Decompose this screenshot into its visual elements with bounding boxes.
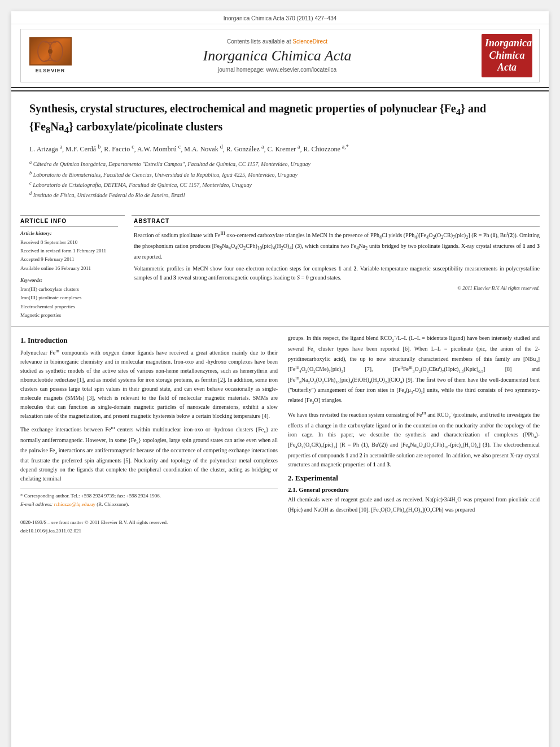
affiliations: a Cátedra de Química Inorgánica, Departa… <box>29 159 531 200</box>
experimental-heading: 2. Experimental <box>288 474 540 483</box>
intro-heading: 1. Introduction <box>20 336 278 345</box>
intro-paragraph1: Polynuclear FeIII compounds with oxygen … <box>20 348 278 421</box>
right-column: groups. In this respect, the ligand blen… <box>286 334 540 535</box>
article-title: Synthesis, crystal structures, electroch… <box>29 101 531 137</box>
article-info-panel: ARTICLE INFO Article history: Received 8… <box>20 215 125 320</box>
left-column: 1. Introduction Polynuclear FeIII compou… <box>20 334 286 535</box>
abstract-panel: ABSTRACT Reaction of sodium picolinate w… <box>132 215 540 320</box>
received-date: Received 8 September 2010 <box>20 239 77 245</box>
right-paragraph1: groups. In this respect, the ligand blen… <box>288 334 540 406</box>
article-dates: Received 8 September 2010 Received in re… <box>20 238 118 273</box>
journal-reference-bar: Inorganica Chimica Acta 370 (2011) 427–4… <box>11 11 549 24</box>
journal-ref-text: Inorganica Chimica Acta 370 (2011) 427–4… <box>224 15 337 21</box>
right-paragraph3: All chemicals were of reagent grade and … <box>288 495 540 516</box>
abstract-heading: ABSTRACT <box>134 216 540 227</box>
issn-footnote: 0020-1693/$ – see front matter © 2011 El… <box>20 518 278 526</box>
page: Inorganica Chimica Acta 370 (2011) 427–4… <box>11 11 549 747</box>
header-divider <box>11 87 549 88</box>
header-center: Contents lists available at ScienceDirec… <box>80 38 475 73</box>
right-paragraph2: We have thus revisited the reaction syst… <box>288 410 540 469</box>
elsevier-logo-image <box>29 37 72 65</box>
keywords-list: Iron(III) carboxylate clusters Iron(III)… <box>20 285 118 320</box>
sciencedirect-line: Contents lists available at ScienceDirec… <box>80 38 475 45</box>
elsevier-logo-area: ELSEVIER <box>28 37 73 73</box>
authors-list: L. Arizaga a, M.F. Cerdá b, R. Faccio c,… <box>29 142 531 154</box>
available-date: Available online 16 February 2011 <box>20 265 91 271</box>
journal-title: Inorganica Chimica Acta <box>80 47 475 64</box>
intro-paragraph2: The exchange interactions between FeIII … <box>20 425 278 483</box>
general-procedure-heading: 2.1. General procedure <box>288 486 540 493</box>
footnotes: * Corresponding author. Tel.: +598 2924 … <box>20 488 278 535</box>
svg-point-4 <box>48 49 53 54</box>
accepted-date: Accepted 9 February 2011 <box>20 256 74 262</box>
sciencedirect-link[interactable]: ScienceDirect <box>292 38 327 45</box>
article-title-section: Synthesis, crystal structures, electroch… <box>11 90 549 211</box>
main-content: 1. Introduction Polynuclear FeIII compou… <box>11 326 549 539</box>
doi-footnote: doi:10.1016/j.ica.2011.02.021 <box>20 527 278 535</box>
email-footnote: E-mail address: rchiozzo@fq.edu.uy (R. C… <box>20 500 278 508</box>
corresponding-footnote: * Corresponding author. Tel.: +598 2924 … <box>20 492 278 500</box>
homepage-label: journal homepage: www.elsevier.com/locat… <box>218 67 336 73</box>
journal-logo-right: InorganicaChimica Acta <box>482 34 532 77</box>
abstract-text: Reaction of sodium picolinate with FeIII… <box>134 230 540 282</box>
email-link[interactable]: rchiozzo@fq.edu.uy <box>54 501 95 507</box>
journal-header: ELSEVIER Contents lists available at Sci… <box>20 29 540 82</box>
received-revised-date: Received in revised form 1 February 2011 <box>20 248 106 254</box>
info-abstract-columns: ARTICLE INFO Article history: Received 8… <box>11 215 549 320</box>
copyright-text: © 2011 Elsevier B.V. All rights reserved… <box>134 285 540 291</box>
history-label: Article history: <box>20 230 118 236</box>
elsevier-text: ELSEVIER <box>36 68 65 73</box>
keywords-label: Keywords: <box>20 277 118 283</box>
article-info-heading: ARTICLE INFO <box>20 216 118 227</box>
journal-homepage: journal homepage: www.elsevier.com/locat… <box>80 67 475 73</box>
contents-label: Contents lists available at <box>227 38 291 45</box>
